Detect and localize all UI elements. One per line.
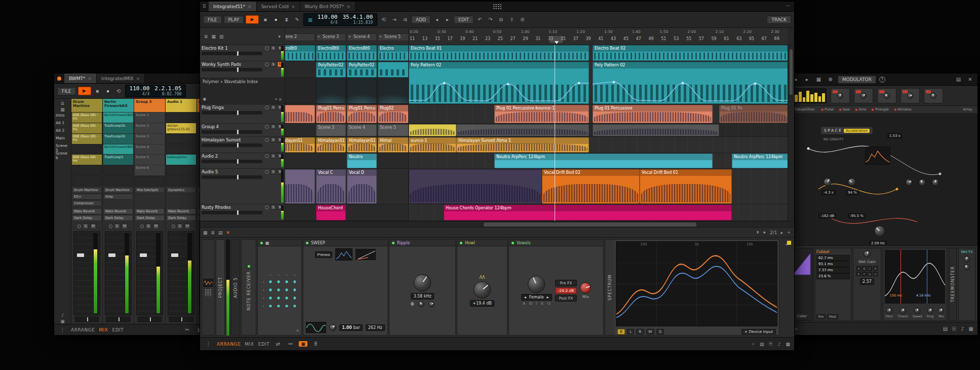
- parameter-row[interactable]: 7.37 ms: [816, 267, 850, 273]
- edit-button[interactable]: EDIT: [454, 16, 474, 24]
- launcher-clip[interactable]: [378, 79, 409, 104]
- close-icon[interactable]: ×: [346, 4, 350, 9]
- edit-view-button[interactable]: EDIT: [112, 327, 124, 332]
- arm-button[interactable]: [265, 154, 269, 158]
- oscillator-label[interactable]: Pulse: [821, 107, 834, 112]
- launcher-clip[interactable]: [316, 79, 346, 104]
- device-power-button[interactable]: [511, 241, 515, 245]
- track-name[interactable]: Audio 5: [202, 169, 263, 174]
- labeled-knob[interactable]: Pitch: [886, 308, 893, 318]
- parameter-value[interactable]: 2.09 Hz: [869, 241, 887, 246]
- device-vowels[interactable]: Vowels ◂ Female ▸ AOIEU Pre FX -24.0 dB …: [508, 239, 604, 336]
- arranger-clip[interactable]: Neutro ArpPerc 124bpm: [732, 154, 788, 168]
- arm-button[interactable]: [265, 170, 269, 174]
- scene-header[interactable]: Scene 3: [316, 33, 346, 41]
- clip-slot[interactable]: bafassjoints: [166, 155, 196, 165]
- clip-slot[interactable]: 808 (Bass 08) - H1: [72, 134, 102, 144]
- arranger-clip[interactable]: ounce-1: [409, 137, 456, 153]
- groove-icon[interactable]: ▥: [308, 17, 312, 22]
- vowel-letter[interactable]: I: [536, 302, 537, 306]
- send-item[interactable]: Mate Reverb: [135, 208, 165, 214]
- launcher-clip[interactable]: HimalayanS1: [316, 137, 346, 153]
- send-item[interactable]: Mate Reverb: [103, 208, 133, 214]
- prev-icon[interactable]: ◂: [433, 17, 441, 22]
- track-button[interactable]: TRACK: [767, 16, 791, 24]
- knob[interactable]: [329, 324, 336, 331]
- value-readout[interactable]: 2.57: [860, 278, 874, 285]
- grid-icon[interactable]: ▦: [60, 107, 65, 112]
- export-icon[interactable]: ⇪: [507, 17, 516, 22]
- track-name[interactable]: Electro Kit 1: [202, 46, 263, 51]
- frequency-value[interactable]: 262 Hz: [366, 324, 385, 331]
- tab-integrated51[interactable]: Integrated51* ×: [209, 2, 257, 11]
- clip-slot[interactable]: [166, 176, 196, 186]
- channel-button[interactable]: S: [656, 329, 664, 335]
- arranger-clip[interactable]: Vocal Drift Bed 01: [640, 169, 732, 204]
- launcher-clip[interactable]: [378, 62, 409, 78]
- knob[interactable]: [837, 93, 843, 99]
- pad-button[interactable]: C: [868, 266, 872, 271]
- parameter-value[interactable]: -162 dB: [818, 213, 836, 218]
- solo-button[interactable]: S: [270, 137, 276, 142]
- parameter-row[interactable]: 23.6 %: [816, 273, 850, 279]
- channel-button[interactable]: B: [617, 329, 625, 335]
- parameter-row[interactable]: 62.7 ms: [816, 255, 850, 261]
- time-value[interactable]: 1:15.819: [342, 20, 373, 25]
- clip-slot[interactable]: BerlinFireworkBt01: [103, 113, 133, 123]
- panel-icon[interactable]: ▤: [954, 77, 963, 82]
- close-lane-icon[interactable]: ×: [278, 97, 282, 102]
- pad-button[interactable]: D: [873, 266, 878, 271]
- mix-knob[interactable]: [580, 282, 591, 293]
- arm-button[interactable]: [109, 225, 112, 228]
- tab-served-cold[interactable]: Served Cold ×: [257, 2, 300, 11]
- pan-control[interactable]: [74, 316, 99, 322]
- track-name[interactable]: Wonky Synth Pads: [202, 62, 263, 67]
- arranger-clip[interactable]: [456, 124, 589, 136]
- scene-header[interactable]: Scene 4: [347, 33, 377, 41]
- track-volume-fader[interactable]: [202, 52, 262, 55]
- next-icon[interactable]: ▸: [443, 17, 452, 22]
- labeled-knob[interactable]: Mix: [938, 308, 944, 318]
- grid-patch-canvas[interactable]: ➤ + ∿ S P A C E Acceleration NO GRAVITY: [788, 113, 977, 246]
- clip-slot[interactable]: [72, 176, 102, 186]
- send-item[interactable]: Dark Delay: [103, 215, 133, 221]
- solo-button[interactable]: S: [270, 105, 276, 110]
- clip-slot[interactable]: Scene 6: [135, 165, 165, 175]
- device-ripple[interactable]: Ripple 3.58 kHz Φ: [389, 239, 456, 336]
- loop-icon[interactable]: ⟲: [379, 17, 388, 22]
- scene-name[interactable]: Scene 5: [54, 143, 71, 151]
- pad-button[interactable]: B: [862, 266, 867, 271]
- tab-wurly-bird[interactable]: Wurly Bird POST* ×: [300, 2, 356, 11]
- parameter-value[interactable]: 94 %: [846, 190, 859, 195]
- arranger-clip[interactable]: Electro Beat 02: [593, 45, 788, 61]
- arranger-clip[interactable]: Himalayan Sunset Atmo 1: [456, 137, 589, 153]
- arranger-clip[interactable]: Plug 01 Percussive-bounce-1: [494, 105, 589, 123]
- send-item[interactable]: Mate Reverb: [166, 208, 196, 214]
- knob[interactable]: [848, 178, 856, 186]
- frequency-knob[interactable]: [414, 274, 431, 291]
- add-device-button[interactable]: ＋: [780, 239, 793, 336]
- delete-icon[interactable]: ⊗: [826, 77, 835, 82]
- launcher-clip[interactable]: Vocal D: [347, 169, 377, 204]
- list-toggle-icon[interactable]: ≣: [211, 230, 215, 235]
- track-volume-fader[interactable]: [202, 111, 262, 115]
- launcher-clip[interactable]: Vocal C: [316, 169, 346, 204]
- vertical-scrollbar[interactable]: [788, 45, 794, 221]
- scene-name[interactable]: Alt 2: [54, 128, 71, 136]
- channel-button[interactable]: M: [646, 329, 654, 335]
- scissors-icon[interactable]: ✂: [183, 327, 191, 332]
- pad-button[interactable]: F: [862, 272, 867, 276]
- clip-slot[interactable]: Scene 1: [135, 113, 165, 123]
- close-icon[interactable]: ×: [248, 4, 252, 9]
- device-power-button[interactable]: [391, 241, 395, 245]
- clipboard-icon[interactable]: ⎘: [769, 341, 773, 347]
- knob[interactable]: [930, 93, 936, 99]
- note-icon[interactable]: ♪: [61, 313, 64, 318]
- knob[interactable]: [932, 179, 939, 186]
- device-howl[interactable]: Howl ΛΛ +19.4 dB: [457, 239, 507, 336]
- add-icon[interactable]: ＋: [295, 327, 300, 334]
- knob[interactable]: [914, 308, 920, 314]
- loop-icon[interactable]: ⟲: [114, 88, 123, 94]
- parameter-row[interactable]: 93.1 ms: [816, 261, 850, 267]
- arranger-clip[interactable]: Vocal Drift Bed 02: [542, 169, 640, 204]
